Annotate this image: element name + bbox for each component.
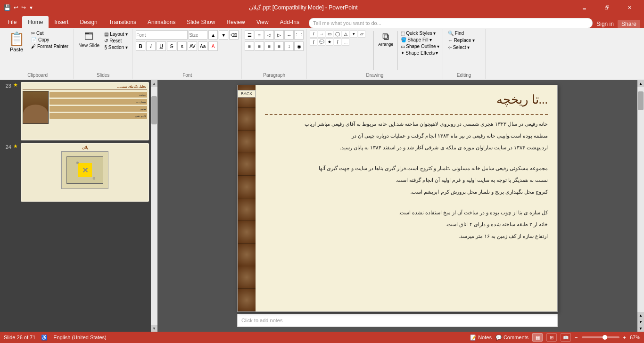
zoom-level[interactable]: 67% bbox=[630, 335, 640, 340]
line-spacing-button[interactable]: ↕ bbox=[284, 41, 294, 51]
redo-icon[interactable]: ↪ bbox=[21, 4, 26, 11]
customize-icon[interactable]: ▼ bbox=[29, 5, 33, 10]
bold-button[interactable]: B bbox=[136, 41, 145, 51]
tab-design[interactable]: Design bbox=[74, 16, 103, 28]
scroll-up-arrow[interactable]: ▲ bbox=[151, 80, 157, 87]
zoom-slider[interactable] bbox=[582, 336, 619, 338]
reset-button[interactable]: ↺ Reset bbox=[102, 38, 130, 44]
minimize-button[interactable]: 🗕 bbox=[573, 0, 595, 15]
notes-area[interactable]: Click to add notes bbox=[237, 314, 558, 327]
tab-slideshow[interactable]: Slide Show bbox=[181, 16, 221, 28]
spacing-button[interactable]: AV bbox=[188, 41, 197, 51]
right-scroll-thumb[interactable] bbox=[638, 91, 644, 110]
slide-panel-scrollbar[interactable]: ▲ ▼ bbox=[151, 80, 157, 332]
restore-button[interactable]: 🗗 bbox=[596, 0, 618, 15]
right-scroll-up[interactable]: ▲ bbox=[637, 80, 644, 87]
quick-styles-button[interactable]: ⬚ Quick Styles▾ bbox=[400, 30, 439, 36]
align-left-button[interactable]: ≡ bbox=[245, 41, 254, 51]
tab-view[interactable]: View bbox=[251, 16, 274, 28]
section-button[interactable]: § Section▾ bbox=[102, 44, 130, 50]
layout-button[interactable]: ▤ Layout▾ bbox=[102, 31, 130, 37]
slide-item-24[interactable]: 24 ★ پلان ✕ ⊕ ⊕ bbox=[2, 143, 149, 202]
curve-shape[interactable]: ∫ bbox=[310, 38, 317, 46]
underline-button[interactable]: U bbox=[157, 41, 166, 51]
decrease-indent-button[interactable]: ◁ bbox=[264, 30, 274, 40]
tab-home[interactable]: Home bbox=[22, 16, 49, 28]
view-reading-button[interactable]: 📖 bbox=[561, 333, 571, 342]
zoom-out-button[interactable]: − bbox=[575, 335, 578, 340]
cut-button[interactable]: ✂ Cut bbox=[29, 30, 70, 36]
italic-button[interactable]: I bbox=[146, 41, 156, 51]
tab-file[interactable]: File bbox=[2, 16, 22, 28]
select-button[interactable]: ⊹ Select▾ bbox=[446, 44, 472, 50]
font-name-input[interactable] bbox=[136, 30, 188, 40]
shape-effects-button[interactable]: ✦ Shape Effects▾ bbox=[400, 50, 439, 56]
replace-button[interactable]: ↔ Replace▾ bbox=[446, 37, 477, 43]
font-color-button[interactable]: A bbox=[208, 41, 218, 51]
right-scroll-track[interactable] bbox=[637, 87, 644, 312]
parallelogram-shape[interactable]: ▱ bbox=[358, 30, 365, 38]
tab-review[interactable]: Review bbox=[221, 16, 250, 28]
columns-button[interactable]: ⋮⋮ bbox=[294, 30, 304, 40]
share-button[interactable]: Share bbox=[618, 20, 640, 28]
right-scrollbar[interactable]: ▲ ▲ ▼ ▼ bbox=[637, 80, 644, 332]
text-case-button[interactable]: Aa bbox=[198, 41, 207, 51]
paste-button[interactable]: 📋 Paste bbox=[5, 30, 28, 53]
align-center-button[interactable]: ≡ bbox=[255, 41, 264, 51]
triangle-shape[interactable]: △ bbox=[342, 30, 349, 38]
smartart-button[interactable]: ◉ bbox=[294, 41, 304, 51]
slide-item-23[interactable]: 23 ★ ...تحلیل یک بنای سنتی تاریخچه معمار… bbox=[2, 82, 149, 140]
increase-font-button[interactable]: ▲ bbox=[208, 30, 218, 40]
close-button[interactable]: ✕ bbox=[619, 0, 640, 15]
scroll-down-arrow[interactable]: ▼ bbox=[151, 325, 157, 332]
comments-button[interactable]: 💬 Comments bbox=[495, 335, 528, 341]
notes-button[interactable]: 📝 Notes bbox=[470, 335, 492, 341]
tab-addins[interactable]: Add-Ins bbox=[274, 16, 305, 28]
bullet-list-button[interactable]: ☰ bbox=[245, 30, 254, 40]
justify-button[interactable]: ≡ bbox=[274, 41, 284, 51]
shadow-button[interactable]: s bbox=[177, 41, 187, 51]
more-shapes2[interactable]: … bbox=[342, 38, 349, 46]
slide-thumb-24[interactable]: پلان ✕ ⊕ ⊕ bbox=[21, 143, 149, 202]
zoom-in-button[interactable]: + bbox=[623, 335, 626, 340]
scroll-thumb[interactable] bbox=[151, 96, 157, 124]
new-slide-button[interactable]: 🗔 New Slide bbox=[76, 30, 101, 49]
right-scroll-down[interactable]: ▼ bbox=[637, 325, 644, 332]
arrow-shape[interactable]: → bbox=[318, 30, 325, 38]
rect-shape[interactable]: ▭ bbox=[326, 30, 333, 38]
more-shapes[interactable]: ▾ bbox=[350, 30, 357, 38]
star-shape[interactable]: ★ bbox=[326, 38, 333, 46]
view-normal-button[interactable]: ▦ bbox=[532, 333, 543, 342]
decrease-font-button[interactable]: ▼ bbox=[219, 30, 228, 40]
find-button[interactable]: 🔍 Find bbox=[446, 30, 466, 36]
circle-shape[interactable]: ◯ bbox=[334, 30, 341, 38]
main-slide[interactable]: BACK ...تا ریخچه خانه رفیعی در سال ۱۳ bbox=[237, 85, 558, 312]
slide-panel[interactable]: 23 ★ ...تحلیل یک بنای سنتی تاریخچه معمار… bbox=[0, 80, 151, 332]
clear-format-button[interactable]: ⌫ bbox=[229, 30, 239, 40]
line-shape[interactable]: / bbox=[310, 30, 317, 38]
view-sorter-button[interactable]: ⊞ bbox=[546, 333, 557, 342]
back-button[interactable]: BACK bbox=[238, 90, 256, 98]
save-icon[interactable]: 💾 bbox=[4, 4, 11, 11]
arrange-button[interactable]: ⧉ Arrange bbox=[376, 30, 395, 48]
tab-animations[interactable]: Animations bbox=[142, 16, 181, 28]
shape-fill-button[interactable]: 🪣 Shape Fill▾ bbox=[400, 37, 439, 43]
format-painter-button[interactable]: 🖌 Format Painter bbox=[29, 43, 70, 49]
slide-thumb-23[interactable]: ...تحلیل یک بنای سنتی تاریخچه معماری بنا… bbox=[21, 82, 149, 140]
tab-insert[interactable]: Insert bbox=[49, 16, 74, 28]
zoom-thumb[interactable] bbox=[603, 335, 607, 340]
right-scroll-middle-down[interactable]: ▼ bbox=[637, 318, 644, 325]
shape-outline-button[interactable]: ▭ Shape Outline▾ bbox=[400, 43, 439, 49]
increase-indent-button[interactable]: ▷ bbox=[274, 30, 284, 40]
undo-icon[interactable]: ↩ bbox=[14, 4, 18, 11]
callout-shape[interactable]: 💬 bbox=[318, 38, 325, 46]
brace-shape[interactable]: { bbox=[334, 38, 341, 46]
font-size-input[interactable] bbox=[189, 30, 207, 40]
copy-button[interactable]: 📄 Copy bbox=[29, 37, 70, 43]
numbered-list-button[interactable]: ≡ bbox=[255, 30, 264, 40]
text-direction-button[interactable]: ↔ bbox=[284, 30, 294, 40]
sign-in-button[interactable]: Sign in bbox=[596, 21, 614, 27]
tab-transitions[interactable]: Transitions bbox=[103, 16, 142, 28]
right-scroll-middle-up[interactable]: ▲ bbox=[637, 312, 644, 318]
align-right-button[interactable]: ≡ bbox=[264, 41, 274, 51]
